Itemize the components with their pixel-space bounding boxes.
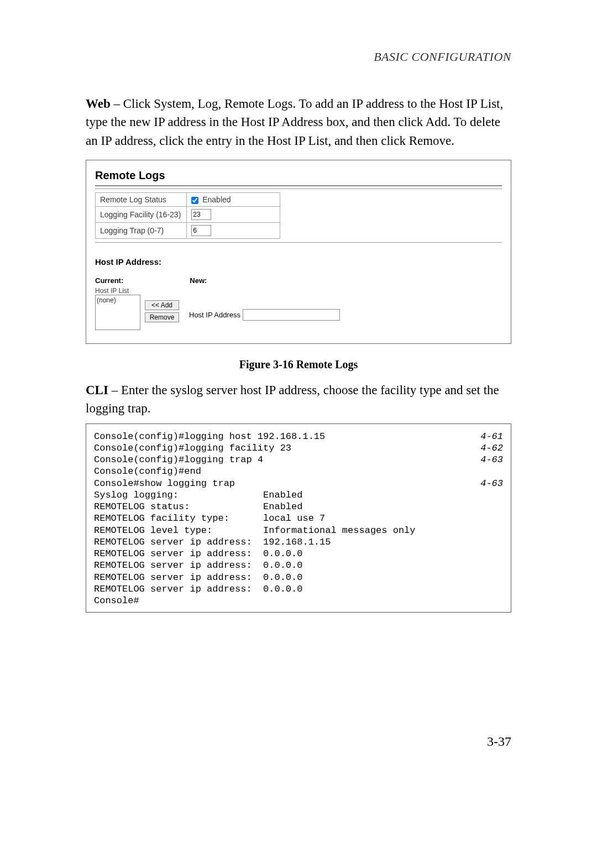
cli-text: REMOTELOG status: Enabled xyxy=(94,501,302,513)
remote-logs-figure: Remote Logs Remote Log Status Enabled Lo… xyxy=(86,160,511,344)
trap-label: Logging Trap (0-7) xyxy=(96,223,187,239)
cli-line: Console(config)#logging facility 234-62 xyxy=(94,442,503,454)
table-row: Logging Trap (0-7) xyxy=(96,223,280,239)
page-number: 3-37 xyxy=(86,734,511,749)
cli-text: – Enter the syslog server host IP addres… xyxy=(86,383,499,415)
cli-text: Console(config)#end xyxy=(94,466,201,477)
cli-paragraph: CLI – Enter the syslog server host IP ad… xyxy=(86,381,511,418)
cli-text: REMOTELOG server ip address: 0.0.0.0 xyxy=(94,572,302,583)
cli-line: Syslog logging: Enabled xyxy=(94,489,503,501)
web-text: – Click System, Log, Remote Logs. To add… xyxy=(86,97,503,148)
new-ip-field-label: Host IP Address xyxy=(189,311,240,319)
cli-text: REMOTELOG server ip address: 192.168.1.1… xyxy=(94,536,331,548)
new-ip-input[interactable] xyxy=(243,309,340,321)
cli-line: REMOTELOG status: Enabled xyxy=(94,501,503,513)
cli-line: Console(config)#logging host 192.168.1.1… xyxy=(94,431,503,442)
cli-page-ref: 4-61 xyxy=(467,431,503,442)
cli-line: REMOTELOG server ip address: 0.0.0.0 xyxy=(94,548,503,560)
divider xyxy=(95,189,502,189)
facility-input[interactable] xyxy=(191,209,211,220)
cli-line: REMOTELOG server ip address: 0.0.0.0 xyxy=(94,560,503,571)
web-paragraph: Web – Click System, Log, Remote Logs. To… xyxy=(86,95,511,150)
cli-line: REMOTELOG server ip address: 0.0.0.0 xyxy=(94,572,503,583)
cli-label: CLI xyxy=(86,383,108,397)
cli-page-ref: 4-63 xyxy=(467,478,503,489)
cli-line: Console(config)#end xyxy=(94,466,503,477)
column-headers: Current: New: xyxy=(95,276,502,285)
host-ip-list-label: Host IP List xyxy=(95,287,502,295)
table-row: Logging Facility (16-23) xyxy=(96,207,280,223)
cli-line: REMOTELOG server ip address: 192.168.1.1… xyxy=(94,536,503,548)
cli-text: Console(config)#logging host 192.168.1.1… xyxy=(94,431,325,442)
cli-text: Console(config)#logging trap 4 xyxy=(94,454,263,466)
divider xyxy=(95,185,502,186)
cli-text: REMOTELOG server ip address: 0.0.0.0 xyxy=(94,548,302,560)
cli-output-box: Console(config)#logging host 192.168.1.1… xyxy=(86,423,511,613)
figure-title: Remote Logs xyxy=(95,169,502,182)
cli-text: Console(config)#logging facility 23 xyxy=(94,442,291,454)
status-cell: Enabled xyxy=(187,193,280,207)
current-label: Current: xyxy=(95,276,123,285)
cli-text: Console#show logging trap xyxy=(94,478,235,489)
cli-page-ref: 4-62 xyxy=(467,442,503,454)
cli-page-ref: 4-63 xyxy=(467,454,503,466)
cli-line: Console#show logging trap4-63 xyxy=(94,478,503,489)
running-header: BASIC CONFIGURATION xyxy=(86,50,511,64)
web-label: Web xyxy=(86,97,111,111)
add-button[interactable]: << Add xyxy=(145,300,179,310)
status-checkbox-label: Enabled xyxy=(202,195,231,204)
status-checkbox[interactable] xyxy=(191,197,198,204)
figure-caption: Figure 3-16 Remote Logs xyxy=(86,358,511,371)
facility-label: Logging Facility (16-23) xyxy=(96,207,187,223)
cli-text: REMOTELOG server ip address: 0.0.0.0 xyxy=(94,560,302,571)
status-label: Remote Log Status xyxy=(96,193,187,207)
trap-input[interactable] xyxy=(191,225,211,236)
cli-text: REMOTELOG level type: Informational mess… xyxy=(94,525,416,536)
cli-line: REMOTELOG server ip address: 0.0.0.0 xyxy=(94,583,503,595)
cli-text: Syslog logging: Enabled xyxy=(94,489,302,501)
new-label: New: xyxy=(190,276,207,285)
cli-line: REMOTELOG level type: Informational mess… xyxy=(94,525,503,536)
cli-text: REMOTELOG server ip address: 0.0.0.0 xyxy=(94,583,302,595)
divider xyxy=(95,242,502,243)
remove-button[interactable]: Remove xyxy=(145,312,179,322)
cli-line: Console(config)#logging trap 44-63 xyxy=(94,454,503,466)
host-ip-listbox[interactable]: (none) xyxy=(95,295,140,330)
cli-text: Console# xyxy=(94,595,139,606)
cli-line: Console# xyxy=(94,595,503,606)
cli-text: REMOTELOG facility type: local use 7 xyxy=(94,513,325,524)
config-table: Remote Log Status Enabled Logging Facili… xyxy=(95,192,280,239)
host-ip-heading: Host IP Address: xyxy=(95,257,502,266)
table-row: Remote Log Status Enabled xyxy=(96,193,280,207)
cli-line: REMOTELOG facility type: local use 7 xyxy=(94,513,503,524)
